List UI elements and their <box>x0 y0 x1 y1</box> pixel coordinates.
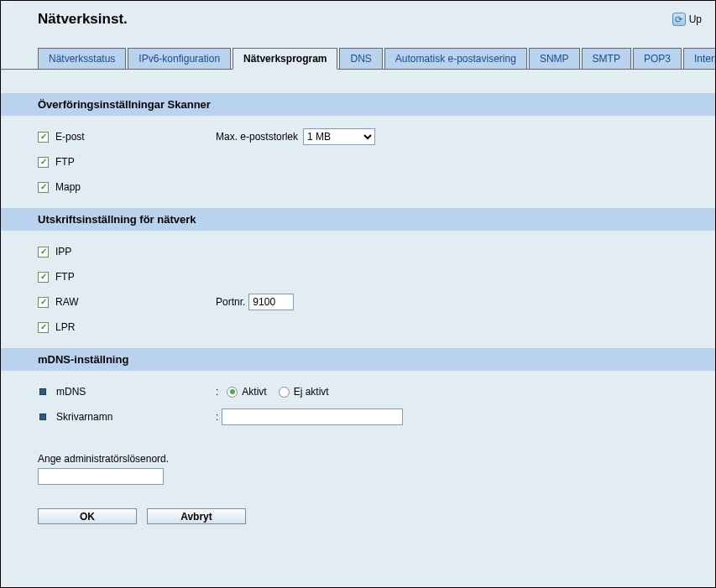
radio-active[interactable] <box>227 387 238 398</box>
ok-button[interactable]: OK <box>38 508 137 524</box>
checkbox-ipp[interactable]: ✓ <box>38 247 49 258</box>
checkbox-lpr[interactable]: ✓ <box>38 322 49 333</box>
checkbox-scan-ftp[interactable]: ✓ <box>38 157 49 168</box>
bullet-icon <box>39 414 46 420</box>
radio-active-label: Aktivt <box>242 386 266 398</box>
cancel-button[interactable]: Avbryt <box>147 508 246 524</box>
label-scan-ftp: FTP <box>55 156 75 168</box>
tab-ipv6-konfiguration[interactable]: IPv6-konfiguration <box>128 48 231 70</box>
refresh-icon[interactable]: ⟳ <box>672 13 686 26</box>
label-raw: RAW <box>55 296 79 308</box>
tab-intern[interactable]: Intern <box>683 48 716 70</box>
page-title: Nätverksinst. <box>38 11 128 28</box>
label-epost: E-post <box>55 131 85 143</box>
select-max-size[interactable]: 1 MB <box>303 128 375 145</box>
label-ipp: IPP <box>55 246 71 258</box>
section-scanner-title: Överföringsinställningar Skanner <box>1 93 715 116</box>
label-printer-name: Skrivarnamn <box>56 411 112 423</box>
tab-automatisk-epost[interactable]: Automatisk e-postavisering <box>384 48 527 70</box>
refresh-label[interactable]: Up <box>689 13 702 25</box>
radio-inactive-wrap[interactable]: Ej aktivt <box>279 386 329 398</box>
tab-snmp[interactable]: SNMP <box>529 48 580 70</box>
section-print-title: Utskriftsinställning för nätverk <box>1 208 715 231</box>
tab-pop3[interactable]: POP3 <box>633 48 682 70</box>
label-password: Ange administratörslösenord. <box>38 453 702 465</box>
radio-inactive-label: Ej aktivt <box>294 386 329 398</box>
tab-natverksstatus[interactable]: Nätverksstatus <box>38 48 126 70</box>
label-portnr: Portnr. <box>216 296 245 308</box>
radio-active-wrap[interactable]: Aktivt <box>227 386 266 398</box>
label-max-size: Max. e-poststorlek <box>216 131 298 143</box>
label-mapp: Mapp <box>55 181 81 193</box>
label-mdns: mDNS <box>56 386 86 398</box>
radio-inactive[interactable] <box>279 387 290 398</box>
input-password[interactable] <box>38 468 164 485</box>
colon: : <box>216 386 218 398</box>
label-lpr: LPR <box>55 321 75 333</box>
tab-bar: Nätverksstatus IPv6-konfiguration Nätver… <box>1 48 715 70</box>
bullet-icon <box>39 388 46 395</box>
input-printer-name[interactable] <box>222 408 403 425</box>
tab-natverksprogram[interactable]: Nätverksprogram <box>233 48 337 70</box>
section-mdns-title: mDNS-inställning <box>1 348 715 371</box>
tab-smtp[interactable]: SMTP <box>582 48 631 70</box>
checkbox-raw[interactable]: ✓ <box>38 297 49 308</box>
tab-dns[interactable]: DNS <box>339 48 382 70</box>
checkbox-epost[interactable]: ✓ <box>38 132 49 143</box>
colon: : <box>216 411 218 423</box>
input-port[interactable] <box>248 294 294 310</box>
label-print-ftp: FTP <box>55 271 75 283</box>
checkbox-print-ftp[interactable]: ✓ <box>38 272 49 283</box>
checkbox-mapp[interactable]: ✓ <box>38 182 49 193</box>
